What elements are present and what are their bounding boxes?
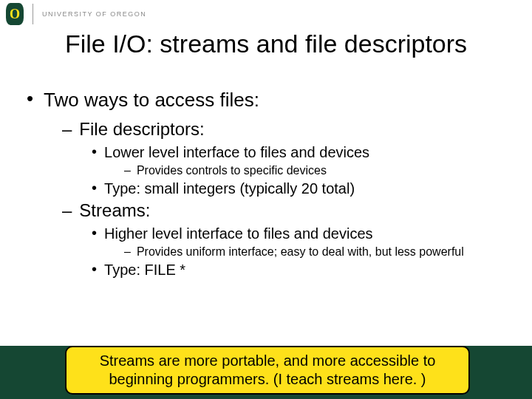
bullet-dot-icon: • [92, 180, 97, 197]
streams-p1a: Provides uniform interface; easy to deal… [137, 245, 464, 259]
fd-heading: File descriptors: [79, 119, 204, 140]
bullet-dash-icon: – [62, 119, 72, 140]
bullet-dash-icon: – [124, 245, 131, 259]
bullet-lvl1: • Two ways to access files: [27, 89, 511, 112]
bullet-dot-icon: • [92, 262, 97, 279]
bullet-dash-icon: – [62, 200, 72, 221]
fd-p1a: Provides controls to specific devices [137, 164, 327, 177]
callout-text: Streams are more portable, and more acce… [100, 352, 436, 387]
bullet-lvl3: • Type: FILE * [92, 262, 511, 279]
bullet-lvl2: – Streams: [62, 200, 511, 221]
logo-divider [33, 4, 33, 24]
streams-heading: Streams: [79, 200, 150, 221]
bullet-lvl3: • Type: small integers (typically 20 tot… [92, 180, 511, 197]
bullet-dot-icon: • [27, 89, 33, 112]
callout-box: Streams are more portable, and more acce… [65, 346, 470, 395]
oregon-o-logo: O [6, 3, 24, 25]
bullet-dot-icon: • [92, 225, 97, 242]
slide-title: File I/O: streams and file descriptors [0, 30, 532, 58]
intro-text: Two ways to access files: [44, 89, 259, 112]
slide-body: • Two ways to access files: – File descr… [27, 89, 511, 282]
streams-p2: Type: FILE * [104, 262, 185, 279]
bullet-lvl2: – File descriptors: [62, 119, 511, 140]
bullet-dot-icon: • [92, 144, 97, 161]
bullet-lvl3: • Higher level interface to files and de… [92, 225, 511, 242]
logo-letter: O [10, 7, 20, 22]
university-name: UNIVERSITY OF OREGON [42, 10, 146, 18]
bullet-lvl3: • Lower level interface to files and dev… [92, 144, 511, 161]
bullet-lvl4: – Provides uniform interface; easy to de… [124, 245, 511, 259]
fd-p1: Lower level interface to files and devic… [104, 144, 369, 161]
fd-p2: Type: small integers (typically 20 total… [104, 180, 355, 197]
brand-header: O UNIVERSITY OF OREGON [6, 3, 146, 25]
streams-p1: Higher level interface to files and devi… [104, 225, 373, 242]
slide: O UNIVERSITY OF OREGON File I/O: streams… [0, 0, 532, 399]
bullet-lvl4: – Provides controls to specific devices [124, 164, 511, 177]
bullet-dash-icon: – [124, 164, 131, 177]
